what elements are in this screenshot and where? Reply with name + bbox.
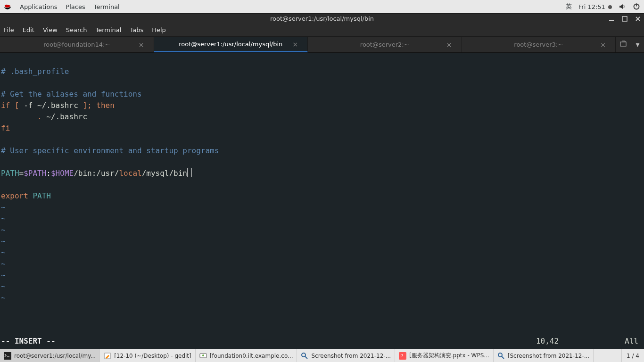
svg-point-9	[302, 353, 305, 357]
menu-help[interactable]: Help	[152, 26, 166, 33]
svg-point-12	[498, 353, 502, 357]
taskbar-item-gedit[interactable]: [12-10 (~/Desktop) - gedit]	[100, 349, 196, 362]
workspace-indicator[interactable]: 1 / 4	[621, 349, 644, 362]
svg-rect-2	[609, 20, 614, 21]
vim-tilde: ~	[1, 214, 6, 223]
svg-rect-5	[4, 352, 11, 360]
clock[interactable]: Fri 12:51	[578, 3, 612, 10]
taskbar-item-vm[interactable]: [foundation0.ilt.example.co...	[196, 349, 297, 362]
menu-file[interactable]: File	[4, 26, 14, 33]
tab-label: root@foundation14:~	[43, 41, 110, 48]
keyword-if: if	[1, 101, 10, 110]
close-icon[interactable]: ×	[600, 41, 606, 49]
volume-icon[interactable]	[619, 3, 626, 10]
maximize-button[interactable]	[621, 16, 628, 22]
svg-point-8	[202, 354, 204, 356]
vim-tilde: ~	[1, 225, 6, 234]
menu-tabs[interactable]: Tabs	[130, 26, 143, 33]
top-panel: Applications Places Terminal 英 Fri 12:51	[0, 0, 644, 13]
vm-icon	[199, 352, 207, 360]
taskbar-item-wps[interactable]: P [服务器架构演变.pptx - WPS...	[395, 349, 494, 362]
menu-applications[interactable]: Applications	[20, 3, 57, 10]
svg-rect-1	[636, 4, 637, 7]
terminal-content[interactable]: # .bash_profile # Get the aliases and fu…	[0, 53, 644, 349]
menu-bar: File Edit View Search Terminal Tabs Help	[0, 24, 644, 37]
taskbar-item-imageviewer2[interactable]: [Screenshot from 2021-12-...	[494, 349, 594, 362]
gedit-icon	[104, 352, 111, 360]
vim-status-line: -- INSERT -- 10,42 All	[1, 336, 643, 347]
vim-tilde: ~	[1, 271, 6, 280]
vim-tilde: ~	[1, 293, 6, 302]
terminal-icon	[4, 352, 11, 360]
window-title: root@server1:/usr/local/mysql/bin	[270, 15, 374, 22]
new-tab-icon[interactable]	[620, 40, 627, 49]
minimize-button[interactable]	[608, 16, 615, 22]
menu-view[interactable]: View	[43, 26, 58, 33]
tab-label: root@server3:~	[514, 41, 563, 48]
tab-foundation14[interactable]: root@foundation14:~ ×	[0, 37, 154, 52]
power-icon[interactable]	[633, 3, 640, 10]
vim-scroll-pos: All	[625, 336, 638, 347]
taskbar-item-imageviewer[interactable]: Screenshot from 2021-12-...	[297, 349, 395, 362]
comment-line: # User specific environment and startup …	[1, 146, 219, 155]
tab-server2[interactable]: root@server2:~ ×	[308, 37, 462, 52]
comment-line: # Get the aliases and functions	[1, 90, 142, 99]
menu-terminal[interactable]: Terminal	[95, 26, 121, 33]
svg-text:P: P	[400, 354, 403, 359]
svg-rect-4	[620, 42, 626, 46]
tab-label: root@server2:~	[360, 41, 409, 48]
close-icon[interactable]: ×	[292, 41, 298, 48]
close-icon[interactable]: ×	[139, 41, 144, 49]
taskbar: root@server1:/usr/local/my... [12-10 (~/…	[0, 349, 644, 362]
keyword-fi: fi	[1, 123, 10, 132]
close-icon[interactable]: ×	[446, 41, 452, 49]
menu-places[interactable]: Places	[66, 3, 85, 10]
vim-cursor-pos: 10,42	[536, 336, 559, 347]
menu-edit[interactable]: Edit	[23, 26, 34, 33]
image-viewer-icon	[301, 352, 308, 360]
tab-server1[interactable]: root@server1:/usr/local/mysql/bin ×	[154, 37, 308, 52]
window-titlebar: root@server1:/usr/local/mysql/bin	[0, 13, 644, 24]
menu-search[interactable]: Search	[66, 26, 87, 33]
tab-menu-icon[interactable]: ▾	[636, 40, 639, 49]
vim-tilde: ~	[1, 259, 6, 268]
vim-tilde: ~	[1, 282, 6, 291]
vim-mode: -- INSERT --	[1, 336, 56, 347]
close-button[interactable]	[635, 16, 641, 22]
svg-rect-3	[622, 16, 627, 21]
vim-tilde: ~	[1, 203, 6, 212]
vim-tilde: ~	[1, 248, 6, 257]
tab-bar: root@foundation14:~ × root@server1:/usr/…	[0, 37, 644, 53]
menu-terminal-app[interactable]: Terminal	[94, 3, 120, 10]
image-viewer-icon	[497, 352, 505, 360]
tab-label: root@server1:/usr/local/mysql/bin	[179, 41, 282, 48]
taskbar-item-terminal[interactable]: root@server1:/usr/local/my...	[0, 349, 100, 362]
text-cursor	[187, 168, 192, 177]
wps-icon: P	[399, 352, 406, 360]
ime-indicator[interactable]: 英	[566, 2, 572, 11]
vim-tilde: ~	[1, 237, 6, 246]
tab-server3[interactable]: root@server3:~ ×	[462, 37, 616, 52]
redhat-icon	[4, 3, 11, 10]
comment-line: # .bash_profile	[1, 67, 69, 76]
